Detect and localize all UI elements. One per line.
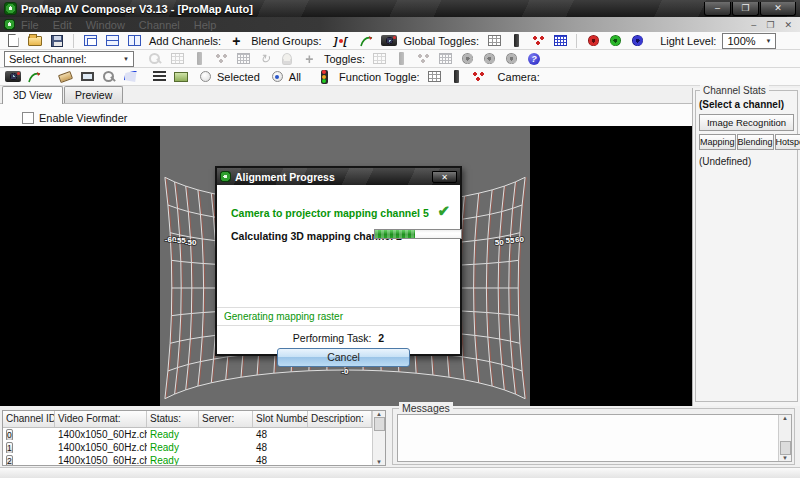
table-row[interactable]: 1 1400x1050_60Hz.chn Ready 48 [3,441,385,454]
mdi-close-button[interactable]: ✕ [784,20,792,30]
tab-preview[interactable]: Preview [64,86,123,103]
channel-1-button[interactable]: 1 [6,442,13,453]
channel-stats-legend: Channel Stats [700,85,769,96]
messages-group: Messages ▲ ▼ [392,408,795,465]
global-raster-toggle[interactable] [551,33,569,49]
menu-channel[interactable]: Channel [139,19,180,31]
dialog-body: Camera to projector mapping channel 5 ✔ … [217,185,460,354]
app-icon [4,2,17,15]
restore-button[interactable]: ❐ [732,2,759,16]
open-file-button[interactable] [26,33,44,49]
scroll-up-icon[interactable]: ▲ [782,415,788,421]
scrollbar-thumb[interactable] [780,441,791,455]
enable-viewfinder-checkbox[interactable] [22,112,34,124]
polygon-select-button[interactable] [122,69,140,85]
horizontal-lines-icon [153,71,166,82]
tile-horizontal-icon [106,35,119,46]
magnifier-icon [102,70,116,84]
selected-radio-group[interactable]: Selected [200,71,262,83]
all-radio-group[interactable]: All [272,71,303,83]
performing-task-value: 2 [378,332,384,344]
function-bar-toggle[interactable] [448,69,466,85]
global-dots-toggle[interactable] [529,33,547,49]
table-scrollbar[interactable]: ▲ ▼ [372,411,385,465]
blending-button[interactable]: Blending [737,134,774,150]
camera-tool-button[interactable] [4,69,22,85]
green-box-button[interactable] [172,69,190,85]
save-file-button[interactable] [48,33,66,49]
menu-file[interactable]: File [21,19,39,31]
traffic-light-button[interactable] [315,69,333,85]
channel-bar-toggle [190,51,208,67]
selected-radio[interactable] [200,71,211,82]
scroll-down-icon[interactable]: ▼ [376,459,382,465]
inspect-tool-button[interactable] [100,69,118,85]
toolbar-separator [576,34,577,48]
menu-window[interactable]: Window [86,19,125,31]
channel-0-button[interactable]: 0 [6,429,13,440]
minimize-button[interactable]: – [704,2,731,16]
display-tool-button[interactable] [78,69,96,85]
green-channel-toggle[interactable] [606,33,624,49]
dialog-title-bar: Alignment Progress ✕ [217,168,460,185]
new-file-button[interactable] [4,33,22,49]
traffic-amber [322,75,326,79]
col-slot-number[interactable]: Slot Number: [253,411,308,427]
cancel-button[interactable]: Cancel [277,348,410,367]
help-button[interactable]: ? [525,51,543,67]
light-level-select[interactable]: 100% ▼ [722,33,776,49]
layers-button[interactable] [150,69,168,85]
scrollbar-thumb[interactable] [374,417,385,431]
red-channel-toggle[interactable] [584,33,602,49]
channel-table-header: Channel ID: Video Format: Status: Server… [3,411,385,428]
global-grid-toggle[interactable] [485,33,503,49]
menu-help[interactable]: Help [194,19,217,31]
mdi-restore-button[interactable]: ❐ [766,20,774,30]
tab-3d-view[interactable]: 3D View [2,86,63,104]
green-circle-icon [610,35,621,46]
col-description[interactable]: Description: [308,411,372,427]
vertical-bar-icon [514,34,519,47]
mapping-button[interactable]: Mapping [699,134,736,150]
col-video-format[interactable]: Video Format: [55,411,147,427]
messages-scrollbar[interactable]: ▲ ▼ [778,415,791,461]
lamp-icon [282,53,292,65]
eraser-tool-button[interactable] [56,69,74,85]
toggle-dots [415,51,433,67]
tile-vertical-button[interactable] [125,33,143,49]
menu-edit[interactable]: Edit [53,19,72,31]
col-server[interactable]: Server: [199,411,253,427]
blend-group-button[interactable]: ] [ [328,33,354,49]
function-dots-toggle[interactable] [470,69,488,85]
hotspot-button[interactable]: Hotspot [775,134,800,150]
scroll-down-icon[interactable]: ▼ [782,455,788,461]
enable-viewfinder-label: Enable Viewfinder [39,112,127,124]
image-recognition-button[interactable]: Image Recognition [699,114,794,131]
cascade-windows-button[interactable] [81,33,99,49]
add-channel-button[interactable]: + [227,33,245,49]
cell-status: Ready [147,455,199,466]
all-radio[interactable] [272,71,283,82]
select-channel-dropdown[interactable]: Select Channel: ▼ [4,51,134,67]
close-button[interactable]: ✕ [760,2,796,16]
col-status[interactable]: Status: [147,411,199,427]
camera-icon [5,71,21,82]
messages-legend: Messages [399,402,453,414]
function-grid-toggle[interactable] [426,69,444,85]
table-row[interactable]: 0 1400x1050_60Hz.chn Ready 48 [3,428,385,441]
mdi-minimize-button[interactable]: – [751,20,756,30]
window-controls: – ❐ ✕ [703,2,796,16]
messages-textarea[interactable]: ▲ ▼ [397,414,792,462]
dialog-close-button[interactable]: ✕ [432,171,457,183]
capture-camera-button[interactable] [380,33,398,49]
blue-circle-icon [632,35,643,46]
curve-tool-button[interactable] [358,33,376,49]
global-bar-toggle[interactable] [507,33,525,49]
col-channel-id[interactable]: Channel ID: [3,411,55,427]
blue-channel-toggle[interactable] [628,33,646,49]
tile-horizontal-button[interactable] [103,33,121,49]
channel-table: Channel ID: Video Format: Status: Server… [2,410,386,466]
channel-2-button[interactable]: 2 [6,455,13,466]
table-row[interactable]: 2 1400x1050_60Hz.chn Ready 48 [3,454,385,466]
curve-tool-button2[interactable] [26,69,44,85]
